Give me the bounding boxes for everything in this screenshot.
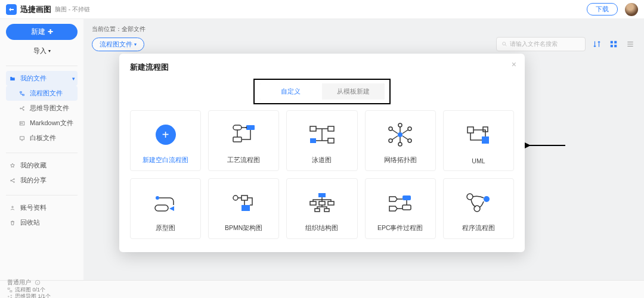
svg-point-30 — [398, 132, 402, 137]
annotation-arrow — [525, 139, 566, 154]
card-new-blank[interactable]: + 新建空白流程图 — [130, 110, 201, 171]
svg-rect-45 — [318, 193, 326, 197]
svg-rect-38 — [482, 136, 489, 144]
svg-rect-43 — [242, 195, 247, 200]
svg-point-33 — [389, 139, 392, 142]
card-label: 网络拓扑图 — [384, 156, 417, 164]
topbar: 迅捷画图 脑图 - 不掉链 下载 — [0, 0, 644, 19]
svg-rect-52 — [402, 205, 411, 210]
new-flowchart-modal: 新建流程图 × 自定义 从模板新建 + 新建空白流程图 工艺流程图 — [119, 54, 525, 252]
template-grid: + 新建空白流程图 工艺流程图 泳道图 — [130, 110, 514, 239]
svg-rect-48 — [328, 201, 334, 205]
svg-rect-50 — [324, 209, 329, 212]
card-epc[interactable]: EPC事件过程图 — [365, 178, 436, 239]
svg-rect-41 — [155, 205, 168, 211]
process-icon — [230, 123, 258, 147]
modal-title: 新建流程图 — [130, 62, 514, 73]
svg-rect-25 — [233, 137, 242, 142]
swimlane-icon — [308, 123, 336, 147]
svg-point-35 — [398, 123, 402, 127]
card-process-flow[interactable]: 工艺流程图 — [208, 110, 279, 171]
epc-icon — [386, 191, 414, 215]
svg-point-31 — [389, 127, 392, 131]
card-swimlane[interactable]: 泳道图 — [286, 110, 357, 171]
card-label: BPMN架构图 — [225, 224, 262, 232]
svg-rect-26 — [310, 126, 316, 131]
svg-rect-23 — [233, 125, 242, 130]
card-label: 泳道图 — [312, 156, 332, 164]
card-network-topology[interactable]: 网络拓扑图 — [365, 110, 436, 171]
close-icon[interactable]: × — [512, 60, 516, 69]
plus-circle-icon: + — [156, 125, 176, 145]
card-label: EPC事件过程图 — [377, 224, 423, 232]
brand-text: 迅捷画图 — [20, 4, 51, 15]
card-label: 程序流程图 — [462, 224, 495, 232]
svg-point-34 — [408, 139, 411, 142]
app-logo — [6, 4, 17, 15]
svg-point-42 — [233, 195, 238, 200]
card-label: 工艺流程图 — [227, 156, 260, 164]
svg-point-32 — [408, 127, 411, 131]
svg-rect-27 — [310, 138, 316, 143]
bpmn-icon — [230, 191, 258, 215]
svg-rect-37 — [467, 127, 473, 133]
svg-point-54 — [484, 196, 490, 202]
card-label: 原型图 — [156, 224, 175, 232]
card-program-flow[interactable]: 程序流程图 — [443, 178, 514, 239]
svg-point-36 — [398, 142, 402, 146]
card-org-chart[interactable]: 组织结构图 — [286, 178, 357, 239]
card-prototype[interactable]: 原型图 — [130, 178, 201, 239]
svg-rect-46 — [310, 201, 316, 205]
svg-rect-24 — [246, 125, 255, 130]
program-icon — [464, 191, 493, 215]
card-label: 组织结构图 — [305, 224, 338, 232]
svg-rect-28 — [328, 126, 334, 131]
card-bpmn[interactable]: BPMN架构图 — [208, 178, 279, 239]
user-avatar[interactable] — [625, 3, 638, 16]
card-uml[interactable]: UML — [443, 110, 514, 171]
download-button[interactable]: 下载 — [587, 3, 618, 15]
prototype-icon — [151, 191, 180, 215]
network-icon — [386, 123, 414, 147]
svg-rect-44 — [242, 205, 250, 211]
annotation-box — [253, 79, 391, 104]
svg-point-40 — [156, 196, 159, 200]
uml-icon — [464, 123, 493, 147]
svg-rect-47 — [319, 201, 325, 205]
svg-point-53 — [467, 194, 473, 200]
card-label: 新建空白流程图 — [143, 156, 188, 164]
brand-tagline: 脑图 - 不掉链 — [55, 5, 90, 14]
org-icon — [308, 191, 336, 215]
card-label: UML — [472, 157, 485, 164]
svg-rect-49 — [315, 209, 320, 212]
svg-rect-29 — [328, 138, 334, 143]
svg-rect-51 — [402, 195, 411, 200]
